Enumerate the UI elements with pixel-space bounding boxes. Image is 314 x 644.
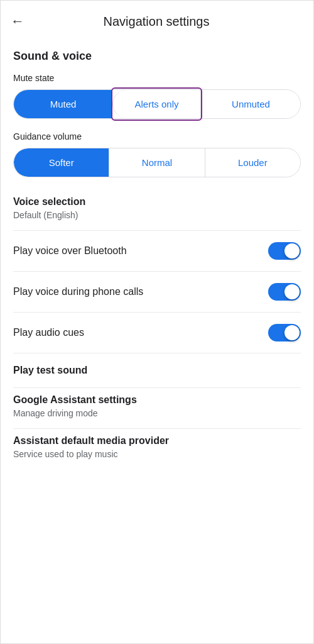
google-assistant-row[interactable]: Google Assistant settings Manage driving…: [13, 388, 301, 429]
header: ← Navigation settings: [1, 1, 313, 40]
play-voice-calls-row: Play voice during phone calls: [13, 272, 301, 313]
play-audio-cues-label: Play audio cues: [13, 327, 84, 338]
play-voice-bluetooth-label: Play voice over Bluetooth: [13, 245, 127, 257]
play-voice-calls-label: Play voice during phone calls: [13, 286, 143, 297]
play-test-sound-row[interactable]: Play test sound: [13, 353, 301, 388]
unmuted-button[interactable]: Unmuted: [201, 90, 300, 118]
assistant-media-provider-row[interactable]: Assistant default media provider Service…: [13, 429, 301, 469]
content-area: Sound & voice Mute state Muted Alerts on…: [1, 40, 313, 479]
play-audio-cues-toggle[interactable]: [268, 324, 301, 341]
play-test-sound-label: Play test sound: [13, 365, 301, 376]
voice-selection-row[interactable]: Voice selection Default (English): [13, 190, 301, 231]
assistant-media-sub: Service used to play music: [13, 449, 301, 459]
page-title: Navigation settings: [32, 14, 281, 29]
softer-button[interactable]: Softer: [14, 148, 109, 177]
louder-button[interactable]: Louder: [205, 148, 300, 177]
back-icon: ←: [11, 13, 24, 30]
play-audio-cues-row: Play audio cues: [13, 313, 301, 353]
muted-button[interactable]: Muted: [14, 90, 112, 118]
guidance-volume-group: Softer Normal Louder: [13, 148, 301, 177]
mute-state-label: Mute state: [13, 73, 301, 83]
play-voice-bluetooth-row: Play voice over Bluetooth: [13, 231, 301, 272]
back-button[interactable]: ←: [11, 11, 32, 32]
voice-selection-label: Voice selection: [13, 196, 301, 208]
phone-container: ← Navigation settings Sound & voice Mute…: [0, 0, 314, 644]
normal-button[interactable]: Normal: [109, 148, 204, 177]
mute-state-group: Muted Alerts only Unmuted: [13, 89, 301, 119]
alerts-only-wrapper: Alerts only: [112, 90, 201, 118]
mute-seg-control: Muted Alerts only Unmuted: [13, 89, 301, 119]
section-title-sound-voice: Sound & voice: [13, 50, 301, 63]
guidance-volume-label: Guidance volume: [13, 131, 301, 142]
google-assistant-label: Google Assistant settings: [13, 394, 301, 406]
alerts-only-button[interactable]: Alerts only: [112, 90, 201, 118]
google-assistant-sub: Manage driving mode: [13, 408, 301, 418]
play-voice-bluetooth-toggle[interactable]: [268, 242, 301, 260]
play-voice-calls-toggle[interactable]: [268, 283, 301, 301]
assistant-media-label: Assistant default media provider: [13, 435, 301, 447]
voice-selection-sub: Default (English): [13, 210, 301, 220]
